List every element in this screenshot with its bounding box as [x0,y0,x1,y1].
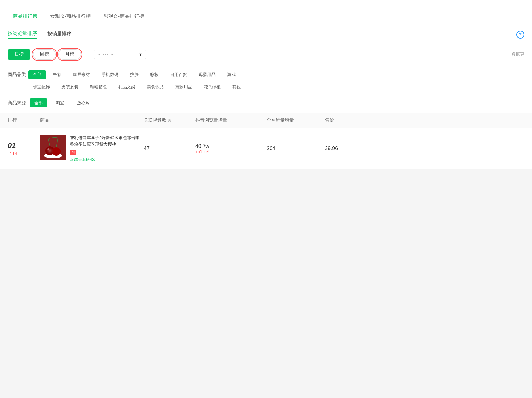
header-rank: 排行 [8,117,40,123]
product-sub-text: 近30天上榜4次 [70,157,144,162]
source-label: 商品来源 [8,100,26,106]
source-放心购[interactable]: 放心购 [72,98,94,107]
category-jewelry[interactable]: 珠宝配饰 [28,83,54,92]
header [0,0,532,8]
product-info: 智利进口车厘子2斤新鲜水果包邮当季整箱孕妇应季现货大樱桃淘近30天上榜4次 [70,135,144,162]
category-food[interactable]: 美食饮品 [142,83,168,92]
category-books[interactable]: 书籍 [49,70,66,79]
category-baby[interactable]: 母婴用品 [194,70,220,79]
rank-number: 01 [8,141,16,150]
category-label: 商品品类 [8,72,26,78]
period-btn-daily[interactable]: 日榜 [8,49,30,60]
sort-sales[interactable]: 按销量排序 [47,31,72,38]
date-selector[interactable]: ▪ ▪▪▪ ▪▾ [94,50,146,59]
sort-bar: 按浏览量排序按销量排序? [0,25,532,44]
rank-change: ↑114 [8,151,17,156]
video-help-icon[interactable]: ⊙ [168,118,171,123]
category-makeup[interactable]: 彩妆 [146,70,163,79]
source-all[interactable]: 全部 [30,98,47,107]
header-sales: 全网销量增量 [267,117,325,123]
browse-value: 40.7w [195,143,267,149]
header-videos: 关联视频数⊙ [144,117,195,123]
header-price: 售价 [325,117,364,123]
rank-cell: 01↑114 [8,141,40,156]
product-name: 智利进口车厘子2斤新鲜水果包邮当季整箱孕妇应季现货大樱桃 [70,135,144,147]
category-shoes[interactable]: 鞋帽箱包 [85,83,111,92]
category-all[interactable]: 全部 [28,70,46,79]
source-taobao[interactable]: 淘宝 [51,98,69,107]
help-icon[interactable]: ? [516,31,524,39]
category-gift[interactable]: 礼品文娱 [114,83,140,92]
category-pet[interactable]: 宠物用品 [171,83,197,92]
tab-female[interactable]: 女观众-商品排行榜 [44,8,97,25]
product-cell: 智利进口车厘子2斤新鲜水果包邮当季整箱孕妇应季现货大樱桃淘近30天上榜4次 [40,135,144,162]
period-btn-weekly[interactable]: 周榜 [33,49,56,60]
video-count: 47 [144,146,195,151]
header-product: 商品 [40,117,144,123]
browse-change: ↑51.5% [195,149,267,154]
category-home[interactable]: 家居家纺 [69,70,94,79]
category-skincare[interactable]: 护肤 [126,70,143,79]
svg-point-4 [45,146,54,155]
tab-product[interactable]: 商品排行榜 [6,8,44,25]
main-container: 商品排行榜女观众-商品排行榜男观众-商品排行榜 按浏览量排序按销量排序? 日榜周… [0,8,532,169]
category-daily[interactable]: 日用百货 [166,70,192,79]
category-filter: 商品品类全部书籍家居家纺手机数码护肤彩妆日用百货母婴用品游戏珠宝配饰男装女装鞋帽… [0,65,532,94]
header-browse: 抖音浏览量增量 [195,117,267,123]
period-divider [89,50,89,58]
period-bar: 日榜周榜月榜▪ ▪▪▪ ▪▾数据更 [0,44,532,65]
sort-browse[interactable]: 按浏览量排序 [8,30,37,39]
svg-point-5 [47,148,49,150]
price-value: 39.96 [325,146,364,151]
category-digital[interactable]: 手机数码 [97,70,123,79]
period-btn-monthly[interactable]: 月榜 [58,49,81,60]
sales-value: 204 [267,146,325,151]
table-container: 排行商品关联视频数⊙抖音浏览量增量全网销量增量售价01↑114 智利进口车厘子2… [0,113,532,169]
category-game[interactable]: 游戏 [223,70,240,79]
product-image [40,135,66,160]
category-clothing[interactable]: 男装女装 [57,83,83,92]
browse-cell: 40.7w↑51.5% [195,143,267,154]
table-row: 01↑114 智利进口车厘子2斤新鲜水果包邮当季整箱孕妇应季现货大樱桃淘近30天… [0,128,532,169]
source-filter: 商品来源全部淘宝放心购 [0,94,532,113]
category-other[interactable]: 其他 [228,83,245,92]
taobao-badge: 淘 [70,150,76,155]
category-plant[interactable]: 花鸟绿植 [199,83,225,92]
data-note: 数据更 [512,51,524,57]
tab-male[interactable]: 男观众-商品排行榜 [97,8,150,25]
tabs-bar: 商品排行榜女观众-商品排行榜男观众-商品排行榜 [0,8,532,25]
table-header: 排行商品关联视频数⊙抖音浏览量增量全网销量增量售价 [0,113,532,128]
